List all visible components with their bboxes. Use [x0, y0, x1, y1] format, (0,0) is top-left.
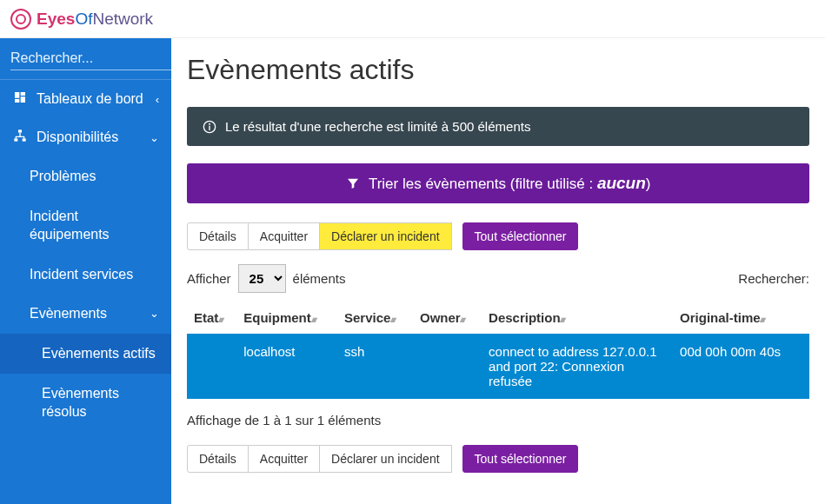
sidebar-item-availability[interactable]: Disponibilités ⌄ [0, 118, 171, 156]
show-select[interactable]: 25 [238, 264, 286, 293]
col-description[interactable]: Description [482, 302, 673, 334]
sidebar-search [0, 38, 171, 80]
main-content: Evènements actifs Le résultat d'une rech… [171, 38, 825, 504]
eye-icon [10, 9, 31, 30]
col-equipment[interactable]: Equipment [236, 302, 337, 334]
sidebar: Tableaux de bord ‹ Disponibilités ⌄ Prob… [0, 38, 171, 504]
sidebar-item-dashboards[interactable]: Tableaux de bord ‹ [0, 80, 171, 118]
action-buttons-top: Détails Acquitter Déclarer un incident T… [187, 222, 809, 250]
sidebar-item-incident-services[interactable]: Incident services [0, 255, 171, 295]
details-button[interactable]: Détails [187, 222, 249, 250]
cell-time: 00d 00h 00m 40s [673, 334, 809, 399]
filter-text: Trier les évènements (filtre utilisé : a… [369, 176, 651, 192]
table-controls: Afficher 25 éléments Rechercher: [187, 264, 809, 293]
show-entries: Afficher 25 éléments [187, 264, 345, 293]
show-suffix: éléments [293, 271, 346, 286]
col-time[interactable]: Original-time [673, 302, 809, 334]
col-owner[interactable]: Owner [413, 302, 482, 334]
filter-bar[interactable]: Trier les évènements (filtre utilisé : a… [187, 163, 809, 203]
sidebar-item-problems[interactable]: Problèmes [0, 156, 171, 196]
filter-icon [346, 176, 360, 190]
cell-description: connect to address 127.0.0.1 and port 22… [482, 334, 673, 399]
chevron-left-icon: ‹ [156, 93, 159, 106]
table-search-label: Rechercher: [738, 271, 809, 286]
brand-logo[interactable]: EyesOfNetwork [10, 9, 153, 30]
info-icon [203, 120, 216, 134]
action-buttons-bottom: Détails Acquitter Déclarer un incident T… [187, 445, 809, 473]
events-table: Etat Equipment Service Owner Description… [187, 302, 809, 399]
show-label: Afficher [187, 271, 231, 286]
col-service[interactable]: Service [337, 302, 413, 334]
svg-rect-4 [23, 138, 26, 141]
sidebar-item-label: Disponibilités [37, 129, 118, 145]
cell-etat [187, 334, 236, 399]
cell-service: ssh [337, 334, 413, 399]
chevron-down-icon: ⌄ [150, 306, 159, 322]
table-info: Affichage de 1 à 1 sur 1 éléments [187, 413, 809, 428]
sidebar-item-resolved-events[interactable]: Evènements résolus [0, 374, 171, 432]
sidebar-item-events[interactable]: Evènements ⌄ [0, 294, 171, 334]
sidebar-item-label: Tableaux de bord [37, 91, 143, 107]
table-row[interactable]: localhost ssh connect to address 127.0.0… [187, 334, 809, 399]
info-banner: Le résultat d'une recherche est limité à… [187, 107, 809, 146]
brand-text: EyesOfNetwork [37, 10, 153, 29]
info-text: Le résultat d'une recherche est limité à… [225, 119, 530, 134]
cell-equipment: localhost [236, 334, 337, 399]
sidebar-item-incident-equip[interactable]: Incident équipements [0, 196, 171, 255]
declare-incident-button[interactable]: Déclarer un incident [320, 445, 452, 473]
sidebar-item-active-events[interactable]: Evènements actifs [0, 334, 171, 374]
dashboard-icon [12, 90, 28, 108]
cell-owner [413, 334, 482, 399]
svg-rect-7 [209, 125, 210, 129]
details-button[interactable]: Détails [187, 445, 249, 473]
declare-incident-button[interactable]: Déclarer un incident [320, 222, 452, 250]
search-input[interactable] [10, 47, 171, 70]
sitemap-icon [12, 129, 28, 146]
ack-button[interactable]: Acquitter [249, 222, 320, 250]
svg-rect-3 [14, 138, 17, 141]
svg-rect-2 [18, 129, 22, 132]
page-title: Evènements actifs [187, 54, 809, 86]
ack-button[interactable]: Acquitter [249, 445, 320, 473]
chevron-down-icon: ⌄ [150, 131, 159, 144]
select-all-button[interactable]: Tout sélectionner [462, 445, 579, 473]
sidebar-item-label: Evènements [30, 304, 107, 323]
svg-point-6 [209, 123, 210, 124]
col-etat[interactable]: Etat [187, 302, 236, 334]
select-all-button[interactable]: Tout sélectionner [462, 222, 579, 250]
app-header: EyesOfNetwork [0, 0, 825, 38]
